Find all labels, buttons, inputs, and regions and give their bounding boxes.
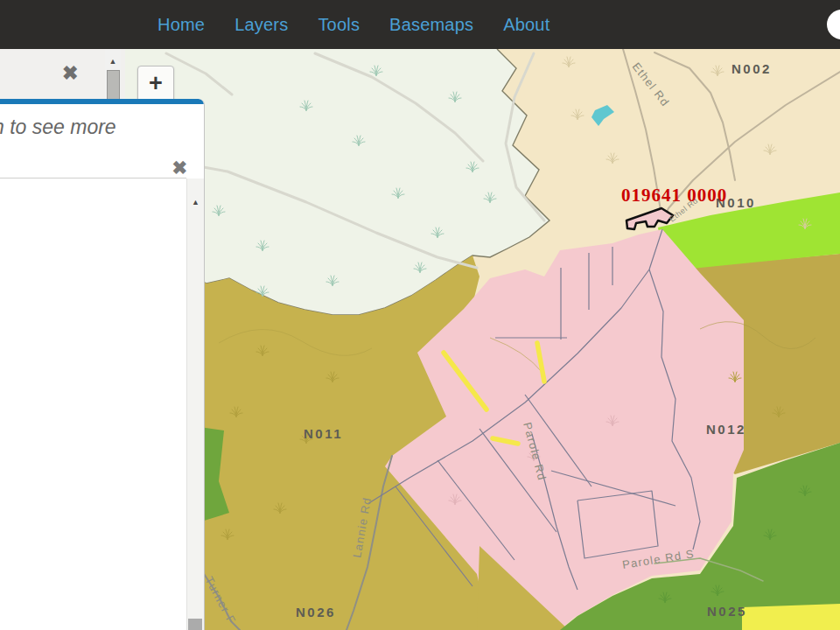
top-navbar: Home Layers Tools Basemaps About bbox=[0, 0, 840, 49]
popup-message: n to see more bbox=[0, 116, 116, 139]
app-window: N002 N010 N011 N012 N026 N025 Ethel Rd E… bbox=[0, 0, 840, 630]
popup-scroll-up-icon[interactable]: ▲ bbox=[187, 198, 204, 206]
scroll-up-icon[interactable]: ▲ bbox=[105, 57, 121, 66]
nav-item-basemaps[interactable]: Basemaps bbox=[389, 15, 473, 35]
side-panel-header: ✖ ▲ bbox=[0, 49, 125, 99]
popup-accent-bar bbox=[0, 99, 204, 104]
district-label-n002: N002 bbox=[732, 61, 772, 76]
results-popup: n to see more ✖ ▲ bbox=[0, 99, 205, 630]
popup-scrollbar[interactable]: ▲ bbox=[186, 178, 204, 630]
side-panel-close-icon[interactable]: ✖ bbox=[62, 64, 78, 83]
nav-item-tools[interactable]: Tools bbox=[318, 15, 360, 35]
popup-scrollbar-thumb[interactable] bbox=[188, 619, 202, 630]
district-label-n012: N012 bbox=[706, 422, 746, 437]
nav-links: Home Layers Tools Basemaps About bbox=[158, 0, 550, 49]
nav-item-about[interactable]: About bbox=[503, 15, 550, 35]
side-panel-scrollbar[interactable]: ▲ bbox=[105, 49, 121, 99]
navbar-circle-button[interactable] bbox=[827, 10, 840, 39]
map-zoom-in-button[interactable]: + bbox=[137, 66, 174, 102]
scrollbar-thumb[interactable] bbox=[107, 70, 120, 100]
district-label-n025: N025 bbox=[707, 604, 747, 619]
nav-item-home[interactable]: Home bbox=[158, 15, 205, 35]
district-label-n026: N026 bbox=[296, 605, 336, 620]
nav-item-layers[interactable]: Layers bbox=[234, 15, 288, 35]
selected-parcel-id-label: 019641 0000 bbox=[621, 185, 727, 206]
popup-close-icon[interactable]: ✖ bbox=[172, 158, 187, 177]
district-label-n011: N011 bbox=[304, 426, 343, 441]
zone-yellow-block bbox=[742, 604, 840, 630]
popup-divider bbox=[0, 178, 186, 178]
